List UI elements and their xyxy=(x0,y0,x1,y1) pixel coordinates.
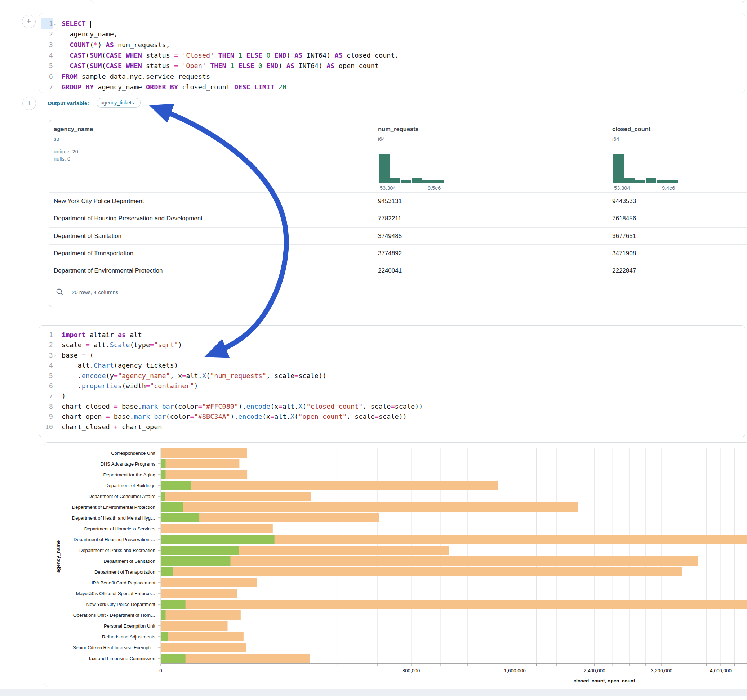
code-text[interactable]: base = ( xyxy=(62,350,94,361)
bar-closed_count[interactable] xyxy=(161,459,239,468)
code-line[interactable]: 7) xyxy=(39,391,745,401)
code-line[interactable]: 2scale = alt.Scale(type="sqrt") xyxy=(39,339,745,350)
bar-closed_count[interactable] xyxy=(161,632,243,641)
bar-closed_count[interactable] xyxy=(161,470,247,479)
add-cell-button[interactable]: + xyxy=(22,97,36,110)
table-row[interactable]: Department of Environmental Protection22… xyxy=(49,262,747,279)
collapse-chevron-icon[interactable]: ⌄ xyxy=(54,350,56,361)
column-header-agency_name[interactable]: agency_name xyxy=(54,126,93,133)
code-text[interactable]: FROM sample_data.nyc.service_requests xyxy=(62,71,210,82)
code-line[interactable]: 4 CAST(SUM(CASE WHEN status = 'Closed' T… xyxy=(39,50,745,60)
y-axis-category-label: HRA Benefit Card Replacement xyxy=(47,580,155,585)
histogram-min-label: 53,304 xyxy=(614,185,630,191)
bar-closed_count[interactable] xyxy=(161,643,246,652)
code-line[interactable]: 3 COUNT(*) AS num_requests, xyxy=(39,39,745,50)
histogram-bar xyxy=(422,180,433,183)
line-number: 3 xyxy=(41,39,53,50)
code-text[interactable]: CAST(SUM(CASE WHEN status = 'Closed' THE… xyxy=(62,50,399,60)
column-histogram[interactable] xyxy=(613,154,680,183)
bar-closed_count[interactable] xyxy=(161,448,247,458)
bar-closed_count[interactable] xyxy=(161,599,747,609)
line-number: 5 xyxy=(41,371,53,381)
bar-open_count[interactable] xyxy=(161,535,275,544)
column-header-num_requests[interactable]: num_requests xyxy=(378,126,419,133)
table-cell: Department of Environmental Protection xyxy=(54,262,163,279)
code-text[interactable]: COUNT(*) AS num_requests, xyxy=(62,39,170,50)
y-axis-category-label: Department of Housing Preservation … xyxy=(47,537,155,542)
code-line[interactable]: 6FROM sample_data.nyc.service_requests xyxy=(39,71,745,82)
code-text[interactable]: SELECT xyxy=(62,18,91,29)
code-text[interactable]: agency_name, xyxy=(62,29,118,39)
column-type: str xyxy=(54,136,59,142)
column-histogram[interactable] xyxy=(379,154,446,183)
bar-chart-plot[interactable]: 0800,0001,600,0002,400,0003,200,0004,000… xyxy=(157,448,747,685)
bar-open_count[interactable] xyxy=(161,556,230,566)
histogram-bar xyxy=(401,180,411,183)
code-text[interactable]: chart_closed + chart_open xyxy=(62,422,162,432)
add-cell-button[interactable]: + xyxy=(22,15,36,29)
bar-closed_count[interactable] xyxy=(161,556,698,566)
column-header-closed_count[interactable]: closed_count xyxy=(612,126,650,133)
chart-cell[interactable]: Correspondence UnitDHS Advantage Program… xyxy=(44,442,747,687)
table-row[interactable]: Department of Transportation377489234719… xyxy=(49,244,747,262)
bar-open_count[interactable] xyxy=(161,653,186,663)
code-line[interactable]: 7GROUP BY agency_name ORDER BY closed_co… xyxy=(39,82,745,92)
bar-open_count[interactable] xyxy=(161,502,183,512)
bar-open_count[interactable] xyxy=(161,546,239,555)
code-text[interactable]: GROUP BY agency_name ORDER BY closed_cou… xyxy=(62,82,286,92)
bar-closed_count[interactable] xyxy=(161,492,311,501)
histogram-bar xyxy=(379,154,390,183)
bar-closed_count[interactable] xyxy=(161,578,257,587)
code-line[interactable]: 3⌄base = ( xyxy=(39,350,745,361)
table-row[interactable]: New York City Police Department945313194… xyxy=(49,192,747,210)
code-text[interactable]: .properties(width="container") xyxy=(62,381,198,391)
bar-open_count[interactable] xyxy=(161,599,186,609)
search-icon[interactable] xyxy=(56,288,64,296)
chart-x-axis-title: closed_count, open_count xyxy=(573,678,635,683)
code-text[interactable]: CAST(SUM(CASE WHEN status = 'Open' THEN … xyxy=(62,60,379,71)
bar-closed_count[interactable] xyxy=(161,502,578,512)
bar-closed_count[interactable] xyxy=(161,610,241,620)
code-text[interactable]: alt.Chart(agency_tickets) xyxy=(62,360,178,371)
line-number: 5 xyxy=(41,60,53,71)
code-line[interactable]: 5 CAST(SUM(CASE WHEN status = 'Open' THE… xyxy=(39,60,745,71)
code-text[interactable]: ) xyxy=(62,391,66,401)
bar-closed_count[interactable] xyxy=(161,524,273,533)
bar-open_count[interactable] xyxy=(161,567,173,576)
code-text[interactable]: chart_open = base.mark_bar(color="#8BC34… xyxy=(62,411,407,422)
code-line[interactable]: 8chart_closed = base.mark_bar(color="#FF… xyxy=(39,401,745,412)
table-row[interactable]: Department of Sanitation37494853677651 xyxy=(49,227,747,244)
line-number: 7 xyxy=(41,82,53,92)
code-line[interactable]: 5 .encode(y="agency_name", x=alt.X("num_… xyxy=(39,371,745,381)
results-table[interactable]: agency_namestrunique: 20nulls: 0num_requ… xyxy=(49,120,747,307)
bar-open_count[interactable] xyxy=(161,459,165,468)
code-line[interactable]: 10chart_closed + chart_open xyxy=(39,422,745,432)
table-row[interactable]: Department of Housing Preservation and D… xyxy=(49,210,747,227)
bar-open_count[interactable] xyxy=(161,470,165,479)
output-variable-pill[interactable]: agency_tickets xyxy=(97,98,141,108)
bar-closed_count[interactable] xyxy=(161,567,682,576)
histogram-max-label: 9.4e6 xyxy=(662,185,675,191)
code-text[interactable]: import altair as alt xyxy=(62,329,142,340)
code-line[interactable]: 4 alt.Chart(agency_tickets) xyxy=(39,360,745,371)
column-type: i64 xyxy=(378,136,385,142)
code-line[interactable]: 1import altair as alt xyxy=(39,329,745,340)
bar-closed_count[interactable] xyxy=(161,481,498,490)
code-line[interactable]: 1⌄SELECT xyxy=(39,18,745,29)
code-line[interactable]: 2 agency_name, xyxy=(39,29,745,39)
bar-open_count[interactable] xyxy=(161,513,199,522)
code-line[interactable]: 6 .properties(width="container") xyxy=(39,381,745,391)
python-cell[interactable]: 1import altair as alt2scale = alt.Scale(… xyxy=(39,325,745,438)
bar-open_count[interactable] xyxy=(161,492,165,501)
bar-closed_count[interactable] xyxy=(161,621,228,631)
code-text[interactable]: .encode(y="agency_name", x=alt.X("num_re… xyxy=(62,371,327,381)
code-text[interactable]: chart_closed = base.mark_bar(color="#FFC… xyxy=(62,401,423,412)
bar-open_count[interactable] xyxy=(161,481,191,490)
sql-cell[interactable]: 1⌄SELECT 2 agency_name,3 COUNT(*) AS num… xyxy=(39,13,745,93)
bar-open_count[interactable] xyxy=(161,610,165,620)
collapse-chevron-icon[interactable]: ⌄ xyxy=(54,18,56,29)
code-text[interactable]: scale = alt.Scale(type="sqrt") xyxy=(62,339,182,350)
code-line[interactable]: 9chart_open = base.mark_bar(color="#8BC3… xyxy=(39,411,745,422)
bar-open_count[interactable] xyxy=(161,632,168,641)
bar-closed_count[interactable] xyxy=(161,589,237,598)
